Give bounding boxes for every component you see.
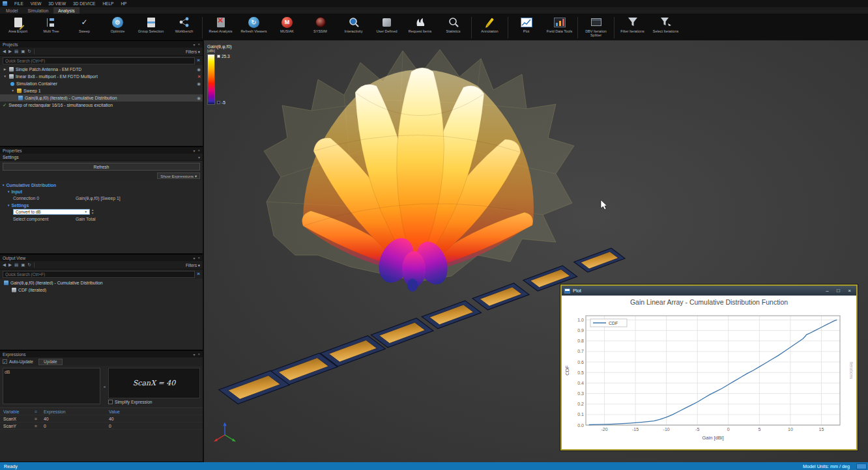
check-icon[interactable]: ✓ (3, 102, 7, 108)
variable-row-scanx[interactable]: ScanX = 40 40 (0, 415, 203, 422)
tree-item-simulation-container[interactable]: Simulation Container◉ (0, 80, 203, 87)
group-cumulative-distribution[interactable]: ▾Cumulative Distribution (0, 182, 203, 188)
multi-tree-button[interactable]: Multi Tree (35, 15, 68, 40)
plot-button[interactable]: Plot (510, 15, 543, 40)
projects-panel-header[interactable]: Projects ▾ × (0, 40, 203, 48)
reset-analysis-button[interactable]: ×Reset Analysis (204, 15, 237, 40)
visibility-icon[interactable]: ◉ (197, 96, 201, 101)
statistics-button[interactable]: Statistics (437, 15, 470, 40)
plot-window[interactable]: Plot – □ × Gain Linear Array - Cumulativ… (560, 284, 858, 450)
expander-icon[interactable]: ▶ (3, 68, 7, 71)
refresh-tree-icon[interactable]: ↻ (27, 49, 31, 54)
panel-close-icon[interactable]: × (197, 256, 200, 260)
convert-to-db-dropdown[interactable]: Convert to dB▼ (13, 209, 90, 215)
collapse-all-icon[interactable]: ▣ (21, 49, 25, 54)
sweep-button[interactable]: ✓Sweep (68, 15, 101, 40)
interactivity-button[interactable]: Interactivity (337, 15, 370, 40)
output-view-panel-header[interactable]: Output View ▾ × (0, 254, 203, 261)
no-view-icon[interactable]: × (197, 74, 201, 79)
tree-item-sweep-of-rectangular[interactable]: ✓Sweep of rectangular 16/16 - simultaneo… (0, 102, 203, 109)
maximize-button[interactable]: □ (834, 287, 843, 294)
clear-search-icon[interactable]: × (197, 271, 200, 277)
refresh-viewers-button[interactable]: ↻Refresh Viewers (237, 15, 270, 40)
expressions-panel-header[interactable]: Expressions ▾ × (0, 350, 203, 357)
tree-item-sweep-1[interactable]: ▼Sweep 1 (0, 87, 203, 94)
panel-close-icon[interactable]: × (197, 352, 200, 356)
output-item-cdf-iterated[interactable]: CDF (iterated) (0, 286, 203, 294)
expression-cell[interactable]: 0 (44, 424, 109, 428)
property-row-component[interactable]: Select componentGain Total (0, 215, 203, 223)
panel-close-icon[interactable]: × (197, 42, 200, 46)
refresh-tree-icon[interactable]: ↻ (27, 262, 31, 268)
auto-update-checkbox[interactable]: ✓ (3, 359, 7, 364)
resize-grip[interactable] (856, 463, 867, 469)
minimize-button[interactable]: – (823, 287, 832, 294)
stepper-icon[interactable]: ▲▼ (91, 209, 94, 214)
panel-menu-icon[interactable]: ▾ (193, 42, 195, 47)
settings-section-header[interactable]: Settings ▾ (0, 154, 203, 161)
filter-iterations-button[interactable]: Filter Iterations (616, 15, 649, 40)
variable-name-cell[interactable]: ScanY (3, 424, 35, 428)
expression-cell[interactable]: 40 (44, 417, 109, 421)
user-defined-button[interactable]: User Defined (370, 15, 403, 40)
tab-analysis[interactable]: Analysis (53, 7, 79, 14)
collapse-all-icon[interactable]: ▣ (21, 262, 25, 268)
select-iterations-button[interactable]: Select Iterations (649, 15, 682, 40)
menu-3d-device[interactable]: 3D DEVICE (73, 1, 95, 6)
annotation-button[interactable]: Annotation (473, 15, 506, 40)
close-button[interactable]: × (845, 287, 854, 294)
menu-help[interactable]: HELP (102, 1, 113, 6)
variable-row-scany[interactable]: ScanY = 0 0 (0, 422, 203, 430)
dbv-iteration-splitter-button[interactable]: DBV Iteration Splitter (579, 15, 613, 40)
cdf-chart[interactable]: -20-15-10-50510150.00.10.20.30.40.50.60.… (562, 308, 856, 446)
panel-menu-icon[interactable]: ▾ (193, 352, 195, 357)
group-settings[interactable]: ▾Settings (0, 202, 203, 208)
simplify-checkbox[interactable] (108, 400, 113, 404)
menu-view[interactable]: VIEW (31, 1, 42, 6)
nav-forward-icon[interactable]: ▶ (8, 262, 12, 268)
syssim-button[interactable]: SYSSIM (304, 15, 337, 40)
property-row-connection[interactable]: Connection 0Gain(θ,φ,f0) [Sweep 1] (0, 195, 203, 202)
visibility-icon[interactable]: ◉ (197, 67, 201, 72)
tab-simulation[interactable]: Simulation (23, 7, 53, 14)
filters-button[interactable]: Filters ▾ (186, 49, 200, 54)
plot-window-titlebar[interactable]: Plot – □ × (562, 286, 856, 296)
panel-menu-icon[interactable]: ▾ (193, 256, 195, 260)
tree-item-linear-8x8[interactable]: ▼linear 8x8 - multiport - EM FDTD Multip… (0, 73, 203, 80)
update-button[interactable]: Update (38, 359, 63, 365)
expression-editor[interactable]: dB (3, 368, 100, 404)
panel-close-icon[interactable]: × (197, 148, 200, 152)
menu-file[interactable]: FILE (14, 1, 23, 6)
field-data-tools-button[interactable]: Field Data Tools (543, 15, 576, 40)
expand-all-icon[interactable]: ▤ (14, 262, 18, 268)
optimize-button[interactable]: ⚙Optimize (101, 15, 134, 40)
refresh-button[interactable]: Refresh (3, 163, 200, 171)
nav-back-icon[interactable]: ◀ (3, 49, 6, 54)
tree-item-single-patch-antenna[interactable]: ▶Single Patch Antenna - EM FDTD◉ (0, 66, 203, 73)
musiak-button[interactable]: MMUSIAK (270, 15, 304, 40)
variable-name-cell[interactable]: ScanX (3, 417, 35, 421)
expand-all-icon[interactable]: ▤ (14, 49, 18, 54)
panel-menu-icon[interactable]: ▾ (193, 148, 195, 153)
output-search-input[interactable] (3, 271, 195, 278)
expander-icon[interactable]: ▼ (3, 75, 7, 78)
expander-icon[interactable]: ▼ (10, 89, 15, 92)
output-item-gain-cdf[interactable]: Gain(θ,φ,f0) (iterated) - Cumulative Dis… (0, 279, 203, 286)
area-export-button[interactable]: Area Export (1, 15, 35, 40)
request-items-button[interactable]: Request Items (403, 15, 437, 40)
filters-button[interactable]: Filters ▾ (186, 263, 200, 268)
clear-search-icon[interactable]: × (197, 58, 200, 63)
nav-back-icon[interactable]: ◀ (3, 262, 6, 268)
show-expressions-button[interactable]: Show Expressions ▾ (157, 173, 200, 179)
projects-search-input[interactable] (3, 57, 195, 64)
menu-hp[interactable]: HP (121, 1, 126, 6)
group-selection-button[interactable]: Group Selection (134, 15, 167, 40)
workbench-button[interactable]: Workbench (167, 15, 201, 40)
nav-forward-icon[interactable]: ▶ (8, 49, 12, 54)
visibility-icon[interactable]: ◉ (197, 81, 201, 87)
properties-panel-header[interactable]: Properties ▾ × (0, 146, 203, 154)
tab-model[interactable]: Model (1, 7, 23, 14)
group-input[interactable]: ▾Input (0, 188, 203, 195)
menu-3d-view[interactable]: 3D VIEW (48, 1, 66, 6)
editor-splitter[interactable]: ◂ (102, 368, 107, 404)
